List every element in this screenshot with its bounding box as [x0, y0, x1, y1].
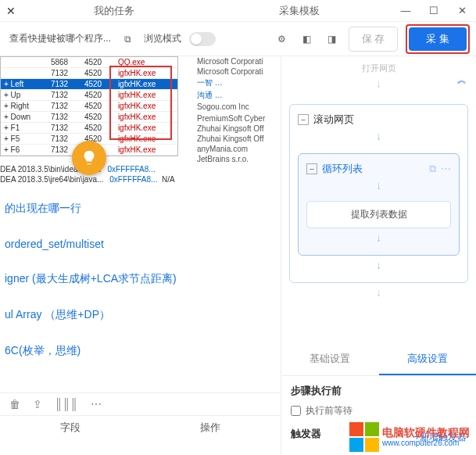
watermark-line2: www.computer26.com — [382, 439, 470, 448]
collapse-icon[interactable]: − — [298, 114, 309, 125]
more-node-icon[interactable]: ⋯ — [441, 163, 451, 175]
arrow-down-icon: ↓ — [289, 286, 468, 299]
tab-basic[interactable]: 基础设置 — [281, 344, 379, 375]
list-item[interactable]: ul Array （思维+DP） — [5, 308, 276, 322]
fields-header: 字段 — [0, 416, 141, 439]
watermark: 电脑软硬件教程网 www.computer26.com — [349, 422, 470, 452]
wait-label: 执行前等待 — [306, 404, 353, 417]
left-pane: 58684520QQ.exe 71324520igfxHK.exe + Left… — [0, 56, 281, 455]
link-list: 的出现在哪一行 ordered_set/multiset igner (最大生成… — [0, 189, 281, 392]
right-pane: 打开网页 ︽ ↓ − 滚动网页 ↓ − 循环列表 ⧉ ⋯ — [281, 56, 476, 455]
arrow-down-icon: ↓ — [298, 130, 460, 142]
list-item[interactable]: ordered_set/multiset — [5, 238, 276, 250]
scroll-node[interactable]: − 滚动网页 ↓ − 循环列表 ⧉ ⋯ ↓ 提取列表数据 ↓ — [289, 104, 468, 283]
loop-node[interactable]: − 循环列表 ⧉ ⋯ ↓ 提取列表数据 ↓ — [298, 153, 460, 256]
close-window-icon[interactable]: ✕ — [448, 5, 476, 16]
layout-right-icon[interactable]: ◨ — [324, 30, 341, 48]
maximize-icon[interactable]: ☐ — [420, 5, 448, 16]
gear-icon[interactable]: ⚙ — [274, 30, 291, 48]
titlebar: ✕ 我的任务 采集模板 — ☐ ✕ — [0, 0, 476, 22]
collapse-icon[interactable]: − — [306, 163, 317, 174]
wait-checkbox[interactable] — [291, 406, 301, 416]
arrow-down-icon: ↓ — [306, 231, 451, 244]
watermark-line1: 电脑软硬件教程网 — [382, 426, 470, 439]
preview-toggle[interactable] — [189, 32, 216, 46]
loop-node-label: 循环列表 — [322, 162, 363, 176]
ops-header: 操作 — [141, 416, 281, 439]
list-item[interactable]: 的出现在哪一行 — [5, 202, 276, 216]
list-item[interactable]: igner (最大生成树+LCA求节点距离) — [5, 272, 276, 286]
list-item[interactable]: 6C(枚举，思维) — [5, 344, 276, 358]
minimize-icon[interactable]: — — [392, 5, 420, 16]
table-row: + Up71324520igfxHK.exe — [1, 90, 177, 101]
collect-button-highlight: 采 集 — [406, 24, 470, 54]
collect-button[interactable]: 采 集 — [409, 27, 467, 51]
extract-node[interactable]: 提取列表数据 — [306, 201, 451, 228]
settings-tabs: 基础设置 高级设置 — [281, 344, 476, 376]
open-page-node: 打开网页 — [289, 63, 468, 74]
process-list: Microsoft Corporati Microsoft Corporati … — [197, 56, 265, 164]
tab-my-tasks[interactable]: 我的任务 — [22, 4, 207, 18]
more-icon[interactable]: ⋯ — [91, 398, 102, 410]
columns-icon[interactable]: ║║║ — [55, 398, 78, 410]
url-text: 查看快捷键被哪个程序... — [9, 32, 111, 45]
arrow-down-icon: ↓ — [306, 179, 451, 192]
arrow-down-icon: ↓ — [289, 77, 468, 90]
layout-left-icon[interactable]: ◧ — [299, 30, 316, 48]
toolbar: 查看快捷键被哪个程序... ⧉ 浏览模式 ⚙ ◧ ◨ 保 存 采 集 — [0, 22, 476, 56]
windows-logo-icon — [349, 422, 379, 452]
upload-icon[interactable]: ⇪ — [33, 398, 42, 410]
tab-advanced[interactable]: 高级设置 — [379, 344, 477, 375]
copy-icon[interactable]: ⧉ — [119, 30, 136, 48]
scroll-node-label: 滚动网页 — [313, 113, 354, 127]
trigger-title: 触发器 — [291, 427, 321, 441]
table-row: + Down71324520igfxHK.exe — [1, 112, 177, 123]
table-row: 71324520igfxHK.exe — [1, 68, 177, 79]
copy-node-icon[interactable]: ⧉ — [429, 163, 436, 175]
embedded-screenshot: 58684520QQ.exe 71324520igfxHK.exe + Left… — [0, 56, 281, 189]
table-row: + Left71324520igfxHK.exe — [1, 79, 177, 90]
table-row: + Right71324520igfxHK.exe — [1, 101, 177, 112]
collapse-up-icon[interactable]: ︽ — [457, 73, 467, 87]
preview-label: 浏览模式 — [144, 32, 181, 45]
flow-area: 打开网页 ︽ ↓ − 滚动网页 ↓ − 循环列表 ⧉ ⋯ — [281, 56, 476, 344]
save-button[interactable]: 保 存 — [349, 27, 399, 52]
bottom-bar: 🗑 ⇪ ║║║ ⋯ 字段 操作 — [0, 392, 281, 435]
arrow-down-icon: ↓ — [298, 259, 460, 271]
trash-icon[interactable]: 🗑 — [9, 398, 20, 410]
window-controls: — ☐ ✕ — [392, 5, 476, 16]
lightbulb-fab[interactable] — [72, 141, 106, 175]
tab-templates[interactable]: 采集模板 — [207, 4, 392, 18]
table-row: + F171324520igfxHK.exe — [1, 123, 177, 134]
before-step-title: 步骤执行前 — [291, 384, 467, 398]
table-row: 58684520QQ.exe — [1, 57, 177, 68]
close-tab-icon[interactable]: ✕ — [0, 5, 22, 17]
